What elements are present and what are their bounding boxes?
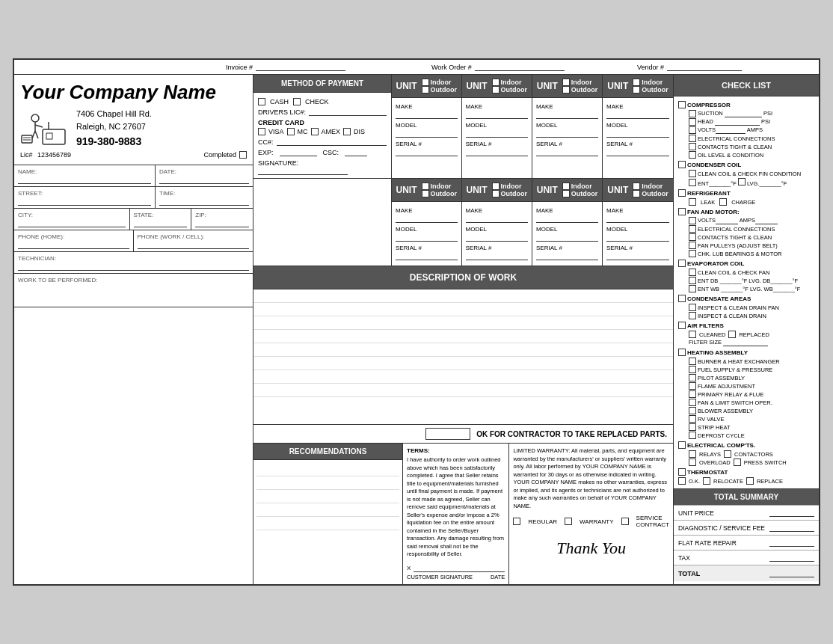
contactors-cb[interactable] (724, 450, 731, 458)
amex-checkbox[interactable] (311, 128, 319, 135)
leak-cb[interactable] (689, 198, 696, 206)
unit4-serial: SERIAL # (606, 141, 669, 156)
ok-cb[interactable] (678, 477, 686, 485)
oil-cb[interactable] (689, 151, 696, 159)
compressor-cb[interactable] (678, 101, 686, 108)
charge-cb[interactable] (719, 198, 727, 206)
mc-checkbox[interactable] (287, 128, 295, 135)
clean-coil-cb[interactable] (689, 170, 696, 177)
thermostat-subs: O.K. RELOCATE REPLACE (678, 477, 814, 485)
unit3-outdoor-cb[interactable] (562, 86, 570, 93)
unit2-indoor-cb[interactable] (492, 79, 500, 86)
replaced-cb[interactable] (728, 331, 736, 338)
strip-cb[interactable] (689, 423, 696, 431)
regular-cb[interactable] (513, 518, 520, 525)
unit2-outdoor-cb[interactable] (492, 86, 500, 93)
checklist-thermostat: THERMOSTAT O.K. RELOCATE REPLACE (678, 468, 814, 485)
oil-label: OIL LEVEL & CONDITION (698, 152, 763, 159)
fan-elec-label: ELECTRICAL CONNECTIONS (698, 226, 775, 233)
condensate-cb[interactable] (678, 295, 686, 302)
drain-cb[interactable] (689, 312, 696, 319)
head-cb[interactable] (689, 118, 696, 126)
filters-cb[interactable] (678, 322, 686, 329)
thank-you: Thank You (513, 533, 669, 564)
unit1b-outdoor-cb[interactable] (422, 190, 429, 197)
unit4-model-label: MODEL (606, 122, 669, 129)
suction-cb[interactable] (689, 110, 696, 117)
fan-subs: VOLTS AMPS ELECTRICAL CONNECTIONS CONTAC… (689, 217, 814, 257)
evap-wb-cb[interactable] (689, 285, 696, 292)
ok-checkbox-area[interactable] (425, 428, 470, 440)
service-contract-cb[interactable] (621, 518, 629, 525)
evap-ent-cb[interactable] (689, 277, 696, 284)
burner-cb[interactable] (689, 358, 696, 365)
unit4-indoor-cb[interactable] (633, 79, 640, 86)
terms-header: TERMS: (407, 447, 505, 454)
name-label: NAME: (18, 168, 37, 175)
rv-cb[interactable] (689, 415, 696, 423)
drivers-lic-row: DRIVERS LIC#: (258, 108, 387, 116)
drain-pan-cb[interactable] (689, 304, 696, 311)
electrical-cb[interactable] (678, 441, 686, 449)
signature-row: SIGNATURE: (258, 159, 387, 175)
blower-cb[interactable] (689, 407, 696, 414)
unit4b-indoor-cb[interactable] (633, 183, 640, 190)
elec-conn-cb[interactable] (689, 135, 696, 142)
relocate-cb[interactable] (703, 477, 710, 485)
unit2b-outdoor-cb[interactable] (492, 190, 500, 197)
unit3b-outdoor-cb[interactable] (562, 190, 570, 197)
flame-cb[interactable] (689, 382, 696, 390)
unit1-outdoor-cb[interactable] (422, 86, 429, 93)
fan-bearings-cb[interactable] (689, 250, 696, 257)
cleaned-cb[interactable] (689, 331, 696, 338)
ent-lvg-cb[interactable] (689, 179, 696, 186)
evap-cb[interactable] (678, 260, 686, 267)
unit4-model: MODEL (606, 122, 669, 138)
unit4-outdoor-cb[interactable] (633, 86, 640, 93)
fuel-cb[interactable] (689, 366, 696, 373)
city-state-zip-row: CITY: STATE: ZIP: (14, 209, 253, 230)
burner-label: BURNER & HEAT EXCHANGER (698, 358, 780, 365)
drain-label: INSPECT & CLEAN DRAIN (698, 313, 766, 319)
fan-limit-cb[interactable] (689, 399, 696, 406)
warranty-cb[interactable] (565, 518, 572, 525)
invoice-label: Invoice # (226, 64, 253, 71)
refrigerant-cb[interactable] (678, 189, 686, 197)
check-checkbox[interactable] (293, 98, 301, 105)
contacts-cb[interactable] (689, 143, 696, 150)
fan-pulleys-cb[interactable] (689, 242, 696, 249)
heating-cb[interactable] (678, 349, 686, 356)
contacts-label: CONTACTS TIGHT & CLEAN (698, 144, 772, 150)
thermostat-cb[interactable] (678, 468, 686, 476)
visa-checkbox[interactable] (258, 128, 265, 135)
clean-coil-label: CLEAN COIL & CHECK FIN CONDITION (698, 171, 801, 177)
unit4b-outdoor-cb[interactable] (633, 190, 640, 197)
visa-label: VISA (268, 128, 284, 135)
pilot-cb[interactable] (689, 374, 696, 381)
unit4b-outdoor-label: Outdoor (642, 190, 668, 197)
volts-cb[interactable] (689, 126, 696, 134)
cash-checkbox[interactable] (258, 98, 265, 105)
unit1-indoor-cb[interactable] (422, 79, 429, 86)
condenser-cb[interactable] (678, 161, 686, 168)
completed-checkbox[interactable] (239, 151, 247, 159)
dis-checkbox[interactable] (343, 128, 351, 135)
overload-cb[interactable] (689, 459, 696, 466)
total-summary-header: TOTAL SUMMARY (674, 489, 819, 506)
fan-contacts-cb[interactable] (689, 233, 696, 241)
primary-cb[interactable] (689, 390, 696, 398)
unit1b-indoor-cb[interactable] (422, 183, 429, 190)
unit2b-indoor-cb[interactable] (492, 183, 500, 190)
lvg-cb[interactable] (738, 178, 746, 185)
evap-clean-cb[interactable] (689, 269, 696, 276)
replace-cb[interactable] (746, 477, 754, 485)
unit3-indoor-cb[interactable] (562, 79, 570, 86)
unit3b-indoor-cb[interactable] (562, 183, 570, 190)
relays-cb[interactable] (689, 450, 696, 458)
fan-elec-cb[interactable] (689, 225, 696, 233)
svg-rect-1 (46, 133, 52, 139)
defrost-cb[interactable] (689, 432, 696, 439)
press-switch-cb[interactable] (734, 459, 741, 466)
fan-volts-cb[interactable] (689, 217, 696, 224)
fan-cb[interactable] (678, 208, 686, 215)
